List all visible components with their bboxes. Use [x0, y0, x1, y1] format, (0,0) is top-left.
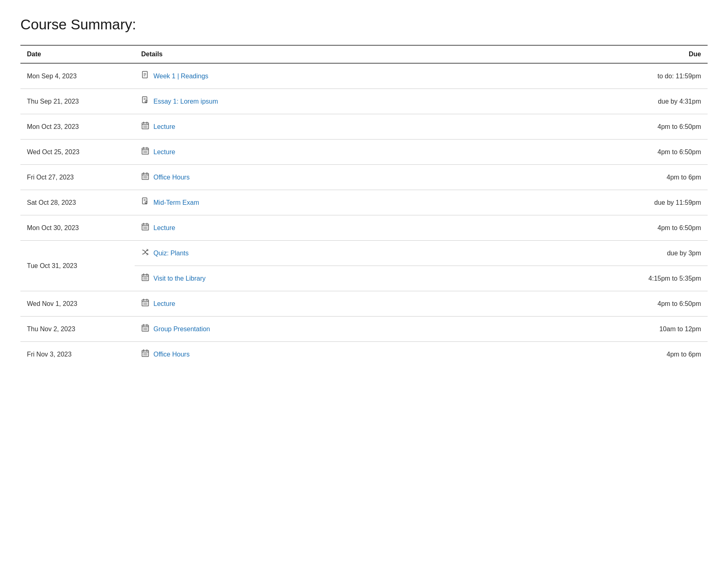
calendar-icon	[141, 324, 149, 334]
table-row: Mon Oct 23, 2023 Lecture 4pm to 6:50pm	[20, 114, 708, 140]
detail-link[interactable]: Group Presentation	[141, 324, 210, 334]
detail-link[interactable]: Visit to the Library	[141, 273, 206, 284]
detail-label: Group Presentation	[153, 326, 210, 333]
details-cell: Lecture	[135, 291, 466, 317]
detail-label: Lecture	[153, 300, 175, 308]
detail-label: Lecture	[153, 224, 175, 232]
table-row: Mon Sep 4, 2023 Week 1 | Readings to do:…	[20, 63, 708, 89]
detail-link[interactable]: Mid-Term Exam	[141, 197, 199, 208]
detail-label: Office Hours	[153, 351, 190, 358]
detail-link[interactable]: Lecture	[141, 147, 175, 157]
date-column-header: Date	[20, 45, 135, 63]
detail-label: Office Hours	[153, 174, 190, 181]
table-row: Sat Oct 28, 2023 Mid-Term Exam due by 11…	[20, 190, 708, 215]
assignment-icon	[141, 197, 149, 208]
details-cell: Week 1 | Readings	[135, 63, 466, 89]
calendar-icon	[141, 349, 149, 359]
details-cell: Mid-Term Exam	[135, 190, 466, 215]
due-cell: 4pm to 6:50pm	[466, 114, 708, 140]
details-cell: Lecture	[135, 140, 466, 165]
details-cell: Visit to the Library	[135, 266, 466, 291]
table-row: Tue Oct 31, 2023 Quiz: Plants due by 3pm	[20, 241, 708, 266]
quiz-icon	[141, 248, 149, 258]
detail-label: Week 1 | Readings	[153, 73, 209, 80]
due-cell: to do: 11:59pm	[466, 63, 708, 89]
detail-label: Lecture	[153, 148, 175, 156]
due-cell: 4:15pm to 5:35pm	[466, 266, 708, 291]
document-icon	[141, 71, 149, 81]
detail-link[interactable]: Office Hours	[141, 349, 190, 359]
detail-link[interactable]: Week 1 | Readings	[141, 71, 209, 81]
table-row: Fri Oct 27, 2023 Office Hours 4pm to 6pm	[20, 165, 708, 190]
details-cell: Group Presentation	[135, 317, 466, 342]
detail-label: Quiz: Plants	[153, 250, 189, 257]
detail-link[interactable]: Office Hours	[141, 172, 190, 182]
course-summary-table: Date Details Due Mon Sep 4, 2023 Week 1 …	[20, 45, 708, 367]
date-cell: Sat Oct 28, 2023	[20, 190, 135, 215]
calendar-icon	[141, 223, 149, 233]
due-cell: due by 3pm	[466, 241, 708, 266]
due-cell: 4pm to 6:50pm	[466, 215, 708, 241]
detail-link[interactable]: Lecture	[141, 223, 175, 233]
detail-link[interactable]: Lecture	[141, 122, 175, 132]
due-cell: 4pm to 6:50pm	[466, 291, 708, 317]
detail-label: Mid-Term Exam	[153, 199, 199, 206]
table-row: Thu Nov 2, 2023 Group Presentation 10am …	[20, 317, 708, 342]
calendar-icon	[141, 273, 149, 284]
calendar-icon	[141, 299, 149, 309]
due-cell: 4pm to 6pm	[466, 342, 708, 367]
due-cell: due by 11:59pm	[466, 190, 708, 215]
due-cell: 4pm to 6pm	[466, 165, 708, 190]
page-title: Course Summary:	[20, 16, 708, 33]
due-cell: 4pm to 6:50pm	[466, 140, 708, 165]
details-cell: Lecture	[135, 114, 466, 140]
table-header-row: Date Details Due	[20, 45, 708, 63]
calendar-icon	[141, 172, 149, 182]
date-cell: Fri Oct 27, 2023	[20, 165, 135, 190]
date-cell: Mon Sep 4, 2023	[20, 63, 135, 89]
detail-label: Lecture	[153, 123, 175, 131]
table-row: Wed Nov 1, 2023 Lecture 4pm to 6:50pm	[20, 291, 708, 317]
detail-link[interactable]: Lecture	[141, 299, 175, 309]
due-column-header: Due	[466, 45, 708, 63]
date-cell: Wed Nov 1, 2023	[20, 291, 135, 317]
due-cell: 10am to 12pm	[466, 317, 708, 342]
date-cell: Mon Oct 23, 2023	[20, 114, 135, 140]
calendar-icon	[141, 122, 149, 132]
details-column-header: Details	[135, 45, 466, 63]
due-cell: due by 4:31pm	[466, 89, 708, 114]
details-cell: Office Hours	[135, 342, 466, 367]
calendar-icon	[141, 147, 149, 157]
detail-link[interactable]: Essay 1: Lorem ipsum	[141, 96, 218, 106]
table-row: Fri Nov 3, 2023 Office Hours 4pm to 6pm	[20, 342, 708, 367]
details-cell: Lecture	[135, 215, 466, 241]
details-cell: Office Hours	[135, 165, 466, 190]
assignment-icon	[141, 96, 149, 106]
date-cell: Wed Oct 25, 2023	[20, 140, 135, 165]
table-row: Wed Oct 25, 2023 Lecture 4pm to 6:50pm	[20, 140, 708, 165]
details-cell: Essay 1: Lorem ipsum	[135, 89, 466, 114]
detail-link[interactable]: Quiz: Plants	[141, 248, 189, 258]
table-row: Mon Oct 30, 2023 Lecture 4pm to 6:50pm	[20, 215, 708, 241]
detail-label: Visit to the Library	[153, 275, 206, 282]
date-cell: Mon Oct 30, 2023	[20, 215, 135, 241]
date-cell: Thu Nov 2, 2023	[20, 317, 135, 342]
date-cell: Tue Oct 31, 2023	[20, 241, 135, 291]
date-cell: Fri Nov 3, 2023	[20, 342, 135, 367]
table-row: Thu Sep 21, 2023 Essay 1: Lorem ipsum du…	[20, 89, 708, 114]
date-cell: Thu Sep 21, 2023	[20, 89, 135, 114]
details-cell: Quiz: Plants	[135, 241, 466, 266]
detail-label: Essay 1: Lorem ipsum	[153, 98, 218, 105]
